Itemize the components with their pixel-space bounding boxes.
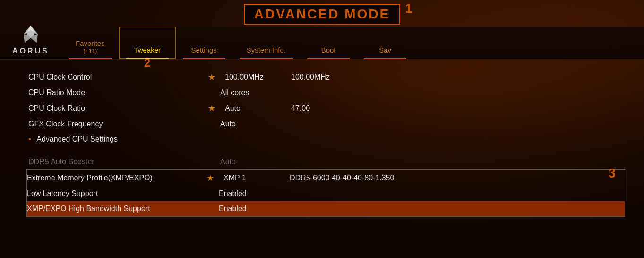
cpu-clock-ratio-star: ★ xyxy=(208,103,215,114)
top-bar: ADVANCED MODE 1 xyxy=(0,0,644,27)
nav-save-underline xyxy=(364,58,406,59)
cpu-ratio-mode-value: All cores xyxy=(208,89,277,97)
row-xmp-expo-high-bandwidth[interactable]: XMP/EXPO High Bandwidth Support Enabled xyxy=(27,201,625,216)
xmp-expo-high-bandwidth-value: Enabled xyxy=(206,205,275,213)
bullet-icon: ▪ xyxy=(28,135,31,143)
badge-number-3: 3 xyxy=(608,166,616,181)
badge-number-1: 1 xyxy=(405,1,413,16)
nav-item-favorites[interactable]: Favorites (F11) xyxy=(61,27,119,59)
advanced-mode-label: ADVANCED MODE xyxy=(254,7,390,21)
xmp-expo-star: ★ xyxy=(206,173,214,183)
cpu-clock-control-label: CPU Clock Control xyxy=(28,73,208,81)
cpu-clock-ratio-secondary: 47.00 xyxy=(291,104,310,113)
row-cpu-clock-ratio[interactable]: CPU Clock Ratio ★ Auto 47.00 xyxy=(28,100,644,116)
xmp-expo-primary: XMP 1 xyxy=(223,174,280,182)
nav-settings-underline xyxy=(183,58,225,59)
nav-systeminfo-underline xyxy=(240,58,293,59)
nav-settings-label: Settings xyxy=(191,45,217,55)
advanced-mode-badge: ADVANCED MODE 1 xyxy=(244,4,400,25)
cpu-clock-control-value: ★ 100.00MHz 100.00MHz xyxy=(208,72,330,82)
row-advanced-cpu-settings[interactable]: ▪ Advanced CPU Settings xyxy=(28,132,644,147)
xmp-expo-high-bandwidth-primary: Enabled xyxy=(219,205,275,213)
xmp-expo-secondary: DDR5-6000 40-40-40-80-1.350 xyxy=(290,174,394,182)
advanced-cpu-settings-text: Advanced CPU Settings xyxy=(36,135,118,143)
cpu-clock-ratio-primary: Auto xyxy=(225,104,282,113)
ddr5-auto-booster-primary: Auto xyxy=(220,158,277,166)
row-cpu-ratio-mode[interactable]: CPU Ratio Mode All cores xyxy=(28,85,644,100)
row-gfx-clock-frequency[interactable]: GFX Clock Frequency Auto xyxy=(28,116,644,132)
aorus-logo: AORUS xyxy=(12,25,49,55)
nav-items: Favorites (F11) Tweaker 2 Settings Syste… xyxy=(61,27,644,59)
nav-favorites-sublabel: (F11) xyxy=(84,48,97,54)
cpu-clock-ratio-label: CPU Clock Ratio xyxy=(28,104,208,113)
nav-save-label: Sav xyxy=(379,45,391,55)
nav-boot-label: Boot xyxy=(321,45,336,55)
nav-item-tweaker[interactable]: Tweaker 2 xyxy=(119,27,176,59)
nav-boot-underline xyxy=(307,58,350,59)
cpu-clock-control-star: ★ xyxy=(208,72,215,82)
bordered-section: Extreme Memory Profile(XMP/EXPO) ★ XMP 1… xyxy=(26,169,625,217)
nav-item-settings[interactable]: Settings xyxy=(176,27,232,59)
logo-text: AORUS xyxy=(12,47,49,55)
row-ddr5-auto-booster[interactable]: DDR5 Auto Booster Auto xyxy=(28,154,644,169)
eagle-icon xyxy=(19,25,43,46)
cpu-clock-control-primary: 100.00MHz xyxy=(225,73,282,81)
xmp-expo-high-bandwidth-label: XMP/EXPO High Bandwidth Support xyxy=(27,205,206,213)
nav-favorites-underline xyxy=(69,58,112,59)
nav-item-system-info[interactable]: System Info. xyxy=(232,27,300,59)
section-gap-1 xyxy=(28,147,644,154)
advanced-cpu-settings-label: ▪ Advanced CPU Settings xyxy=(28,135,208,143)
nav-systeminfo-label: System Info. xyxy=(247,45,286,55)
row-cpu-clock-control[interactable]: CPU Clock Control ★ 100.00MHz 100.00MHz xyxy=(28,69,644,85)
xmp-expo-value: ★ XMP 1 DDR5-6000 40-40-40-80-1.350 xyxy=(206,173,394,183)
gfx-clock-frequency-label: GFX Clock Frequency xyxy=(28,120,208,128)
cpu-ratio-mode-label: CPU Ratio Mode xyxy=(28,89,208,97)
ddr5-auto-booster-label: DDR5 Auto Booster xyxy=(28,158,208,166)
row-low-latency[interactable]: Low Latency Support Enabled xyxy=(27,186,625,201)
ddr5-auto-booster-value: Auto xyxy=(208,158,277,166)
nav-item-boot[interactable]: Boot xyxy=(300,27,357,59)
cpu-clock-ratio-value: ★ Auto 47.00 xyxy=(208,103,310,114)
nav-item-save[interactable]: Sav xyxy=(357,27,413,59)
gfx-clock-frequency-value: Auto xyxy=(208,120,277,128)
logo-area: AORUS xyxy=(0,25,61,59)
xmp-expo-label: Extreme Memory Profile(XMP/EXPO) xyxy=(27,174,206,182)
low-latency-primary: Enabled xyxy=(219,189,275,198)
cpu-ratio-mode-primary: All cores xyxy=(220,89,277,97)
cpu-clock-control-secondary: 100.00MHz xyxy=(291,73,330,81)
gfx-clock-frequency-primary: Auto xyxy=(220,120,277,128)
nav-favorites-label: Favorites xyxy=(76,39,105,48)
low-latency-label: Low Latency Support xyxy=(27,189,206,198)
settings-table: CPU Clock Control ★ 100.00MHz 100.00MHz … xyxy=(28,69,644,217)
nav-tweaker-label: Tweaker xyxy=(134,45,161,55)
main-content: CPU Clock Control ★ 100.00MHz 100.00MHz … xyxy=(0,60,644,217)
low-latency-value: Enabled xyxy=(206,189,275,198)
row-xmp-expo[interactable]: Extreme Memory Profile(XMP/EXPO) ★ XMP 1… xyxy=(27,170,625,186)
nav-bar: AORUS Favorites (F11) Tweaker 2 Settings… xyxy=(0,27,644,60)
